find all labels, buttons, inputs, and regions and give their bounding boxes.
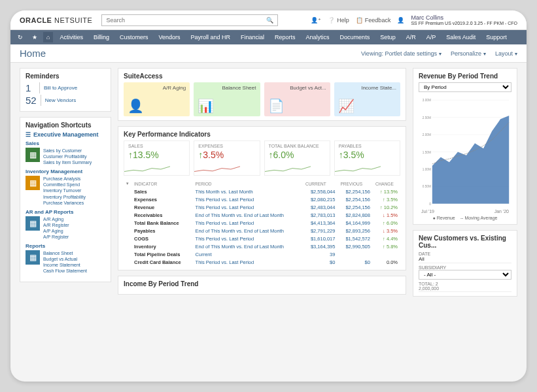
suiteaccess-card: SuiteAccess A/R Aging👤Balance Sheet📊Budg…: [118, 68, 406, 121]
kpi-card-total-bank-balance[interactable]: TOTAL BANK BALANCE6.0%: [264, 140, 330, 176]
shortcut-link[interactable]: A/P Aging: [43, 228, 69, 234]
table-row[interactable]: Credit Card BalanceThis Period vs. Last …: [124, 258, 400, 266]
shortcuts-card: Navigation Shortcuts ☰Executive Manageme…: [20, 117, 111, 282]
suiteaccess-title: SuiteAccess: [124, 73, 400, 80]
viewing-dropdown[interactable]: Viewing: Portlet date settings: [361, 50, 442, 57]
suite-tile[interactable]: Budget vs Act...📄: [264, 82, 330, 116]
nav-a-r[interactable]: A/R: [402, 32, 420, 42]
app-window: ORACLE NETSUITE 🔍 👤⁺ ❔Help 📋Feedback 👤 M…: [10, 10, 527, 382]
avatar-icon[interactable]: 👤: [397, 17, 404, 24]
reminder-item[interactable]: 52New Vendors: [26, 95, 105, 106]
table-header[interactable]: PERIOD: [193, 180, 303, 188]
search-input[interactable]: [106, 17, 262, 24]
shortcut-link[interactable]: Sales by Item Summary: [43, 159, 92, 165]
shortcut-link[interactable]: Balance Sheet: [43, 250, 87, 256]
nav-analytics[interactable]: Analytics: [302, 32, 334, 42]
svg-text:2.50M: 2.50M: [423, 116, 431, 120]
suite-tile[interactable]: Balance Sheet📊: [194, 82, 260, 116]
table-header[interactable]: INDICATOR: [131, 180, 193, 188]
search-icon[interactable]: 🔍: [266, 17, 273, 24]
nav-customers[interactable]: Customers: [116, 32, 152, 42]
nav-reports[interactable]: Reports: [271, 32, 300, 42]
shortcut-link[interactable]: Budget vs Actual: [43, 256, 87, 262]
left-column: Reminders 1Bill to Approve52New Vendors …: [20, 68, 111, 376]
new-customers-card: New Customers vs. Existing Cus... DATE A…: [413, 230, 517, 297]
nav-sales-audit[interactable]: Sales Audit: [442, 32, 479, 42]
nav-documents[interactable]: Documents: [336, 32, 374, 42]
svg-text:2.00M: 2.00M: [423, 133, 431, 137]
shortcut-link[interactable]: A/R Aging: [43, 216, 69, 222]
nav-setup[interactable]: Setup: [376, 32, 400, 42]
shortcut-group-title: AR and AP Reports: [26, 209, 105, 215]
shortcut-link[interactable]: A/P Register: [43, 234, 69, 240]
nav-financial[interactable]: Financial: [237, 32, 268, 42]
shortcut-link[interactable]: Purchase Analysis: [43, 176, 86, 182]
table-header[interactable]: CURRENT: [303, 180, 338, 188]
suite-tile[interactable]: A/R Aging👤: [124, 82, 190, 116]
kpi-table: ▾INDICATORPERIODCURRENTPREVIOUSCHANGE Sa…: [124, 180, 400, 266]
nav-a-p[interactable]: A/P: [423, 32, 440, 42]
table-row[interactable]: RevenueThis Period vs. Last Period$2,483…: [124, 203, 400, 211]
reminder-item[interactable]: 1Bill to Approve: [26, 82, 105, 93]
home-icon[interactable]: ⌂: [43, 32, 53, 42]
help-button[interactable]: ❔Help: [328, 17, 349, 24]
nav-activities[interactable]: Activities: [56, 32, 87, 42]
kpi-title: Key Performance Indicators: [124, 131, 400, 138]
table-row[interactable]: ReceivablesEnd of This Month vs. End of …: [124, 211, 400, 219]
svg-text:0.50M: 0.50M: [423, 185, 431, 188]
logo: ORACLE NETSUITE: [20, 16, 92, 24]
svg-text:1.50M: 1.50M: [423, 150, 431, 154]
nav-support[interactable]: Support: [482, 32, 511, 42]
exec-mgmt-link[interactable]: ☰Executive Management: [26, 131, 105, 138]
kpi-card-sales[interactable]: SALES13.5%: [124, 140, 190, 176]
suite-tile[interactable]: Income State...📈: [334, 82, 400, 116]
list-icon: ☰: [26, 131, 31, 138]
tile-icon: 👤: [128, 98, 144, 114]
date-value[interactable]: All: [419, 256, 511, 263]
user-add-icon[interactable]: 👤⁺: [311, 17, 321, 24]
shortcuts-title: Navigation Shortcuts: [26, 122, 105, 129]
shortcut-link[interactable]: Committed Spend: [43, 182, 86, 188]
topbar-right: 👤⁺ ❔Help 📋Feedback 👤 Marc Collins SS FF …: [311, 15, 517, 25]
middle-column: SuiteAccess A/R Aging👤Balance Sheet📊Budg…: [118, 68, 406, 376]
page-title: Home: [20, 48, 46, 59]
tile-icon: 📊: [198, 98, 214, 114]
layout-dropdown[interactable]: Layout: [495, 50, 517, 57]
shortcut-link[interactable]: Cash Flow Statement: [43, 268, 87, 274]
table-header[interactable]: CHANGE: [373, 180, 400, 188]
nav-billing[interactable]: Billing: [90, 32, 113, 42]
x-label: Jan '20: [494, 209, 509, 214]
shortcut-link[interactable]: Customer Profitability: [43, 154, 92, 159]
table-row[interactable]: InventoryEnd of This Month vs. End of La…: [124, 242, 400, 250]
nav-vendors[interactable]: Vendors: [154, 32, 184, 42]
table-row[interactable]: Total Bank BalanceThis Period vs. Last P…: [124, 219, 400, 227]
star-icon[interactable]: ★: [29, 32, 41, 42]
personalize-dropdown[interactable]: Personalize: [451, 50, 486, 57]
user-info[interactable]: Marc Collins SS FF Premium US v2019.2.0 …: [411, 15, 517, 25]
subsidiary-select[interactable]: - All -: [419, 270, 511, 280]
table-row[interactable]: PayablesEnd of This Month vs. End of Las…: [124, 227, 400, 235]
income-trend-title: Income By Period Trend: [124, 280, 400, 287]
shortcut-link[interactable]: Inventory Turnover: [43, 188, 86, 193]
search-box[interactable]: 🔍: [101, 14, 278, 26]
history-icon[interactable]: ↻: [14, 32, 26, 42]
kpi-card-payables[interactable]: PAYABLES3.5%: [334, 140, 400, 176]
date-label: DATE: [419, 252, 511, 256]
table-row[interactable]: SalesThis Month vs. Last Month$2,558,044…: [124, 188, 400, 195]
period-select[interactable]: By Period: [419, 82, 511, 92]
feedback-button[interactable]: 📋Feedback: [356, 17, 391, 24]
table-row[interactable]: Total Pipeline DealsCurrent39: [124, 250, 400, 258]
kpi-card-expenses[interactable]: EXPENSES3.5%: [194, 140, 260, 176]
shortcut-link[interactable]: Inventory Profitability: [43, 194, 86, 200]
revenue-trend-title: Revenue By Period Trend: [419, 73, 511, 80]
shortcut-link[interactable]: A/R Register: [43, 222, 69, 228]
shortcut-link[interactable]: Sales by Customer: [43, 148, 92, 154]
shortcut-link[interactable]: Income Statement: [43, 262, 87, 268]
table-row[interactable]: COGSThis Period vs. Last Period$1,610,01…: [124, 235, 400, 242]
shortcut-group-title: Reports: [26, 243, 105, 249]
table-header[interactable]: PREVIOUS: [338, 180, 372, 188]
nav-payroll-and-hr[interactable]: Payroll and HR: [187, 32, 235, 42]
svg-text:0: 0: [429, 203, 431, 206]
shortcut-link[interactable]: Purchase Variances: [43, 200, 86, 206]
table-row[interactable]: ExpensesThis Period vs. Last Period$2,08…: [124, 195, 400, 203]
